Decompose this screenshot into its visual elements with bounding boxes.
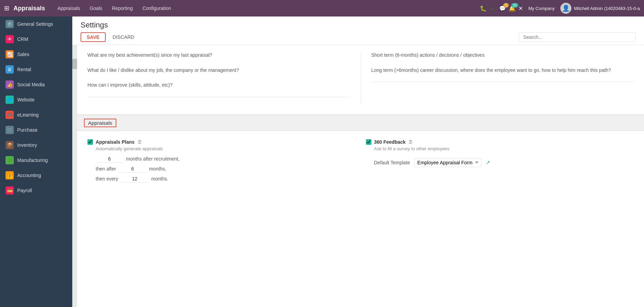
manufacturing-icon: 🌿 bbox=[6, 156, 14, 164]
search-input[interactable] bbox=[519, 32, 636, 42]
preview-question-1: What are my best achievement(s) since my… bbox=[87, 52, 350, 59]
feedback360-item: 360 Feedback 🗓 Ask to fill a survey to o… bbox=[366, 139, 634, 185]
preview-section: What are my best achievement(s) since my… bbox=[77, 45, 644, 115]
scrollbar[interactable] bbox=[72, 45, 77, 307]
default-template-label: Default Template bbox=[374, 160, 410, 165]
feedback360-desc: Ask to fill a survey to other employees bbox=[374, 146, 634, 151]
grid-icon[interactable]: ⊞ bbox=[4, 4, 9, 12]
chat-icon[interactable]: 💬7 bbox=[499, 5, 506, 12]
preview-columns: What are my best achievement(s) since my… bbox=[87, 52, 634, 104]
bug-icon[interactable]: 🐛 bbox=[480, 5, 487, 12]
nav-reporting[interactable]: Reporting bbox=[108, 3, 137, 13]
preview-question-right-1: Short term (6-months) actions / decision… bbox=[371, 52, 634, 59]
rental-icon: 🖥 bbox=[6, 65, 14, 74]
phone-icon[interactable]: 📞 bbox=[489, 5, 496, 12]
preview-col-right: Short term (6-months) actions / decision… bbox=[361, 52, 634, 104]
chat-badge: 7 bbox=[503, 3, 509, 8]
activity-badge: 29 bbox=[511, 3, 518, 8]
activity-icon[interactable]: 🔔29 bbox=[509, 5, 516, 12]
sidebar-item-manufacturing[interactable]: 🌿 Manufacturing bbox=[0, 153, 72, 168]
discard-button[interactable]: DISCARD bbox=[110, 33, 137, 41]
close-icon[interactable]: ✕ bbox=[518, 5, 523, 12]
months-1-input[interactable] bbox=[96, 155, 123, 163]
elearning-icon: 🎮 bbox=[6, 111, 14, 119]
sidebar-item-payroll[interactable]: 💳 Payroll bbox=[0, 183, 72, 198]
topnav-icons: 🐛 📞 💬7 🔔29 ✕ My Company 👤 Mitchell Admin… bbox=[480, 3, 640, 14]
sidebar-item-general-settings[interactable]: ⚙️ General Settings bbox=[0, 17, 72, 32]
page-title: Settings bbox=[81, 21, 636, 30]
sidebar-item-crm[interactable]: 👁 CRM bbox=[0, 32, 72, 47]
general-settings-icon: ⚙️ bbox=[6, 20, 14, 28]
months-2-input[interactable] bbox=[119, 165, 146, 173]
appraisals-plans-desc: Automatically generate appraisals bbox=[96, 146, 356, 151]
template-row: Default Template Employee Appraisal Form… bbox=[374, 158, 634, 167]
preview-question-right-2: Long term (>6months) career discussion, … bbox=[371, 67, 634, 74]
main-panel: Settings SAVE DISCARD What are my best a… bbox=[72, 17, 644, 307]
topnav: ⊞ Appraisals Appraisals Goals Reporting … bbox=[0, 0, 644, 17]
sidebar-label-manufacturing: Manufacturing bbox=[17, 157, 48, 163]
appraisals-plans-item: Appraisals Plans 🗓 Automatically generat… bbox=[87, 139, 356, 185]
external-link-icon[interactable]: ↗ bbox=[486, 159, 490, 166]
sidebar-item-website[interactable]: 🌐 Website bbox=[0, 92, 72, 107]
feedback360-header: 360 Feedback 🗓 bbox=[366, 139, 634, 145]
feedback360-icon: 🗓 bbox=[408, 139, 413, 145]
sidebar: ⚙️ General Settings 👁 CRM 📈 Sales 🖥 Rent… bbox=[0, 17, 72, 307]
months-1-suffix: months after recruitment, bbox=[126, 156, 180, 162]
sidebar-label-sales: Sales bbox=[17, 52, 29, 57]
sidebar-label-purchase: Purchase bbox=[17, 127, 38, 133]
content-area: ⚙️ General Settings 👁 CRM 📈 Sales 🖥 Rent… bbox=[0, 17, 644, 307]
save-button[interactable]: SAVE bbox=[81, 32, 106, 42]
month-row-1: months after recruitment, bbox=[96, 155, 356, 163]
body-layout: What are my best achievement(s) since my… bbox=[72, 45, 644, 307]
settings-content: What are my best achievement(s) since my… bbox=[77, 45, 644, 307]
topnav-menu: Appraisals Goals Reporting Configuration bbox=[53, 3, 477, 13]
feedback360-fields: Default Template Employee Appraisal Form… bbox=[374, 155, 634, 167]
sidebar-label-rental: Rental bbox=[17, 67, 31, 72]
feedback360-label: 360 Feedback bbox=[374, 139, 406, 145]
sidebar-label-social-media: Social Media bbox=[17, 82, 45, 87]
accounting-icon: 💰 bbox=[6, 171, 14, 179]
months-3-input[interactable] bbox=[121, 175, 148, 183]
appraisals-plans-header: Appraisals Plans 🗓 bbox=[87, 139, 356, 145]
month-row-2: then after months, bbox=[96, 165, 356, 173]
website-icon: 🌐 bbox=[6, 96, 14, 104]
sidebar-label-crm: CRM bbox=[17, 36, 28, 42]
nav-appraisals[interactable]: Appraisals bbox=[53, 3, 84, 13]
crm-icon: 👁 bbox=[6, 35, 14, 43]
inventory-icon: 📦 bbox=[6, 141, 14, 149]
months-3-suffix: months. bbox=[151, 176, 168, 182]
settings-row: Appraisals Plans 🗓 Automatically generat… bbox=[87, 139, 634, 185]
preview-divider-right bbox=[371, 82, 634, 82]
sidebar-item-social-media[interactable]: 👍 Social Media bbox=[0, 77, 72, 92]
nav-configuration[interactable]: Configuration bbox=[138, 3, 175, 13]
appraisals-settings: Appraisals Plans 🗓 Automatically generat… bbox=[77, 131, 644, 194]
sidebar-item-purchase[interactable]: 🛒 Purchase bbox=[0, 122, 72, 138]
sidebar-item-elearning[interactable]: 🎮 eLearning bbox=[0, 107, 72, 122]
sidebar-label-accounting: Accounting bbox=[17, 173, 41, 178]
sidebar-label-elearning: eLearning bbox=[17, 112, 39, 118]
sidebar-item-rental[interactable]: 🖥 Rental bbox=[0, 62, 72, 77]
sidebar-item-accounting[interactable]: 💰 Accounting bbox=[0, 168, 72, 183]
preview-question-2: What do I like / dislike about my job, t… bbox=[87, 67, 350, 74]
sidebar-item-inventory[interactable]: 📦 Inventory bbox=[0, 138, 72, 153]
template-select[interactable]: Employee Appraisal Form bbox=[414, 158, 482, 167]
sidebar-label-payroll: Payroll bbox=[17, 188, 32, 193]
app-brand: Appraisals bbox=[13, 5, 45, 12]
months-2-suffix: months, bbox=[149, 166, 166, 172]
feedback360-checkbox[interactable] bbox=[366, 139, 371, 145]
settings-actions: SAVE DISCARD bbox=[81, 32, 636, 42]
appraisals-plans-fields: months after recruitment, then after mon… bbox=[96, 155, 356, 185]
preview-question-3: How can I improve (skills, attitude, etc… bbox=[87, 82, 350, 89]
preview-divider bbox=[87, 97, 350, 97]
nav-goals[interactable]: Goals bbox=[85, 3, 106, 13]
appraisals-section-label: Appraisals bbox=[84, 119, 116, 127]
appraisals-plans-label: Appraisals Plans bbox=[96, 139, 135, 145]
then-every-label: then every bbox=[96, 176, 118, 182]
purchase-icon: 🛒 bbox=[6, 126, 14, 134]
sidebar-label-inventory: Inventory bbox=[17, 142, 37, 148]
sidebar-item-sales[interactable]: 📈 Sales bbox=[0, 47, 72, 62]
avatar: 👤 bbox=[560, 3, 571, 14]
appraisals-plans-checkbox[interactable] bbox=[87, 139, 93, 145]
sales-icon: 📈 bbox=[6, 50, 14, 58]
scroll-thumb bbox=[72, 59, 77, 69]
